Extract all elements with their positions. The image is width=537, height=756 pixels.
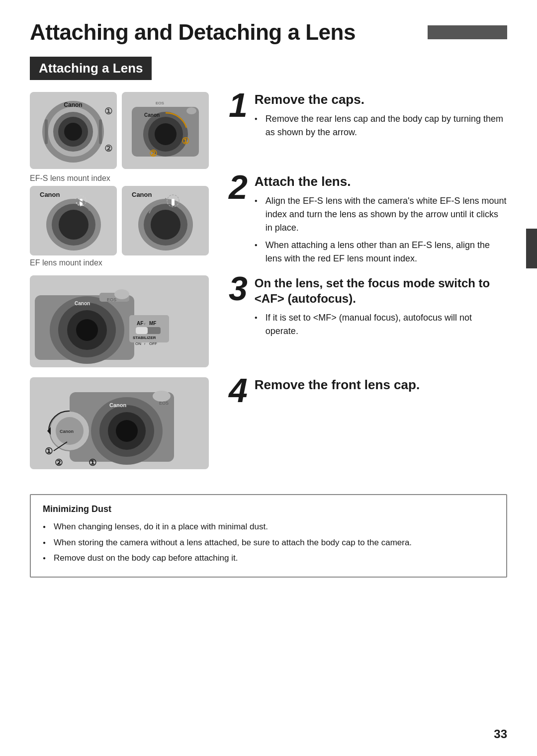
note-bullets: When changing lenses, do it in a place w… [43, 520, 494, 565]
svg-text:ON: ON [135, 341, 141, 346]
step3-title: On the lens, set the focus mode switch t… [255, 275, 507, 306]
svg-text:Canon: Canon [109, 402, 127, 408]
step1-image-pair: Canon ① ② [30, 92, 214, 169]
svg-point-65 [153, 391, 171, 402]
step4-content: 4 Remove the front lens cap. [229, 377, 507, 407]
step2-title: Attach the lens. [255, 174, 507, 189]
svg-point-62 [116, 420, 138, 442]
svg-text:①: ① [89, 458, 96, 468]
step3-bullets: If it is set to <MF> (manual focus), aut… [255, 311, 507, 338]
step2-bullet-2: When attaching a lens other than an EF-S… [255, 239, 507, 265]
svg-text:①: ① [45, 446, 53, 456]
step1-image-camera: Canon EOS ① ② [122, 92, 209, 169]
step1-bullet-1: Remove the rear lens cap and the body ca… [255, 112, 507, 139]
step1-image-lens: Canon ① ② [30, 92, 117, 169]
step4-image-camera: Canon EOS Canon ① ② [30, 377, 209, 469]
ef-label: EF lens mount index [30, 258, 214, 267]
svg-rect-52 [136, 327, 148, 334]
page-title: Attaching and Detaching a Lens [30, 20, 418, 45]
content-area: Canon ① ② [30, 92, 507, 474]
step2-row: EF-S lens mount index Canon [30, 174, 507, 270]
note-bullet-3: Remove dust on the body cap before attac… [43, 552, 494, 565]
svg-text:Canon: Canon [144, 112, 160, 118]
svg-text:MF: MF [149, 321, 156, 326]
step3-content: 3 On the lens, set the focus mode switch… [229, 275, 507, 342]
step2-number: 2 [229, 170, 248, 204]
step4-row: Canon EOS Canon ① ② [30, 377, 507, 474]
step2-content: 2 Attach the lens. Align the EF-S lens w… [229, 174, 507, 269]
step1-details: Remove the caps. Remove the rear lens ca… [255, 92, 507, 143]
step3-details: On the lens, set the focus mode switch t… [255, 275, 507, 342]
svg-text:EOS: EOS [107, 297, 116, 302]
step4-title: Remove the front lens cap. [255, 377, 420, 393]
svg-text:①: ① [104, 106, 112, 116]
svg-rect-7 [45, 119, 48, 144]
title-bar-decoration [428, 25, 507, 39]
step4-details: Remove the front lens cap. [255, 377, 420, 398]
step2-image-efs1: Canon [30, 186, 117, 255]
svg-text:②: ② [104, 144, 112, 154]
svg-text:AF: AF [137, 321, 143, 326]
step3-text: 3 On the lens, set the focus mode switch… [229, 275, 507, 342]
svg-point-5 [64, 123, 82, 141]
step2-text: 2 Attach the lens. Align the EF-S lens w… [229, 174, 507, 269]
step3-images-area: Canon EOS AF r MF [30, 275, 214, 372]
svg-point-15 [155, 123, 177, 145]
step3-row: Canon EOS AF r MF [30, 275, 507, 372]
svg-point-25 [59, 210, 89, 240]
svg-text:Canon: Canon [64, 101, 82, 108]
step4-images-area: Canon EOS Canon ① ② [30, 377, 214, 474]
step1-title: Remove the caps. [255, 92, 507, 107]
svg-text:r: r [144, 322, 146, 326]
step2-image-pair: Canon [30, 186, 214, 255]
step3-bullet-1: If it is set to <MF> (manual focus), aut… [255, 311, 507, 338]
step2-details: Attach the lens. Align the EF-S lens wit… [255, 174, 507, 269]
note-bullet-2: When storing the camera without a lens a… [43, 536, 494, 549]
step2-image-efs2: Canon [122, 186, 209, 255]
svg-text:STABILIZER: STABILIZER [133, 336, 156, 340]
step1-bullets: Remove the rear lens cap and the body ca… [255, 112, 507, 139]
ef-s-label: EF-S lens mount index [30, 174, 214, 183]
side-tab [526, 229, 537, 268]
svg-text:r: r [144, 341, 146, 346]
step4-number: 4 [229, 373, 248, 407]
step4-text: 4 Remove the front lens cap. [229, 377, 507, 407]
svg-text:OFF: OFF [149, 341, 157, 346]
svg-point-42 [76, 319, 98, 341]
step3-image-camera: Canon EOS AF r MF [30, 275, 209, 367]
note-bullet-1: When changing lenses, do it in a place w… [43, 520, 494, 533]
svg-text:Canon: Canon [75, 301, 90, 306]
svg-point-45 [114, 289, 129, 299]
svg-text:EOS: EOS [156, 101, 164, 105]
page-container: Attaching and Detaching a Lens Attaching… [0, 0, 537, 756]
page-number: 33 [494, 727, 507, 741]
step1-row: Canon ① ② [30, 92, 507, 169]
svg-text:②: ② [149, 149, 157, 159]
svg-rect-34 [172, 199, 175, 206]
note-title: Minimizing Dust [43, 504, 494, 514]
svg-text:Canon: Canon [60, 429, 74, 434]
step2-images-area: EF-S lens mount index Canon [30, 174, 214, 270]
step1-number: 1 [229, 88, 248, 122]
svg-point-16 [186, 107, 196, 114]
step3-number: 3 [229, 271, 248, 305]
step1-content: 1 Remove the caps. Remove the rear lens … [229, 92, 507, 143]
note-box: Minimizing Dust When changing lenses, do… [30, 494, 507, 578]
svg-text:Canon: Canon [40, 191, 60, 198]
section-header: Attaching a Lens [30, 57, 152, 80]
svg-point-33 [151, 210, 180, 240]
step2-bullet-1: Align the EF-S lens with the camera's wh… [255, 194, 507, 235]
svg-text:Canon: Canon [132, 191, 152, 198]
page-title-section: Attaching and Detaching a Lens [30, 20, 507, 45]
step1-text: 1 Remove the caps. Remove the rear lens … [229, 92, 507, 143]
svg-rect-8 [99, 119, 102, 144]
step2-bullets: Align the EF-S lens with the camera's wh… [255, 194, 507, 265]
step1-images-area: Canon ① ② [30, 92, 214, 169]
svg-text:①: ① [181, 136, 189, 146]
svg-text:②: ② [55, 458, 63, 468]
